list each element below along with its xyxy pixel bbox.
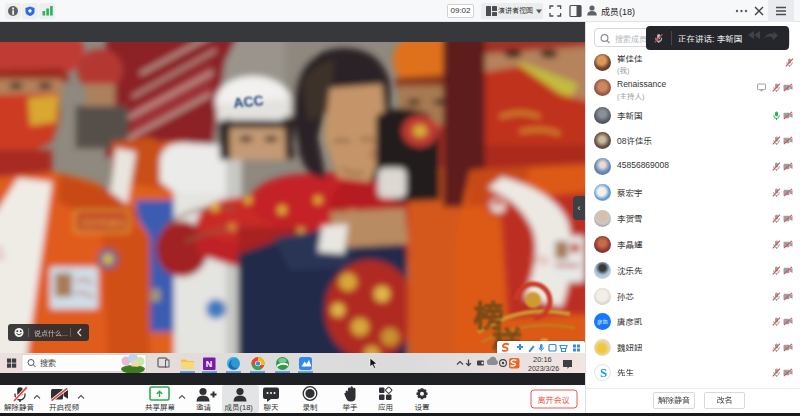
svg-text:ACC: ACC [233,92,265,111]
svg-text:成员(18): 成员(18) [601,7,635,17]
svg-text:N: N [206,359,213,369]
svg-text:搜索: 搜索 [40,358,56,368]
svg-text:录制: 录制 [303,403,318,412]
svg-text:应用: 应用 [378,403,393,412]
svg-text:解除静音: 解除静音 [4,403,34,412]
svg-text:开启视频: 开启视频 [49,403,79,412]
svg-text:聊天: 聊天 [264,403,279,412]
svg-text:说点什么...: 说点什么... [34,329,68,338]
svg-text:正在讲话: 李新国: 正在讲话: 李新国 [678,34,742,44]
svg-text:2023/3/26: 2023/3/26 [528,365,559,372]
svg-text:20:16: 20:16 [533,355,552,364]
svg-text:离开会议: 离开会议 [538,396,570,405]
svg-text:成员(18): 成员(18) [225,403,254,412]
svg-text:共享屏幕: 共享屏幕 [145,403,175,412]
svg-text:搜索成员: 搜索成员 [615,34,647,44]
svg-text:设置: 设置 [415,403,430,412]
svg-text:邀请: 邀请 [196,403,211,412]
svg-text:举手: 举手 [343,403,358,412]
svg-text:党员先锋岗: 党员先锋岗 [80,218,125,228]
